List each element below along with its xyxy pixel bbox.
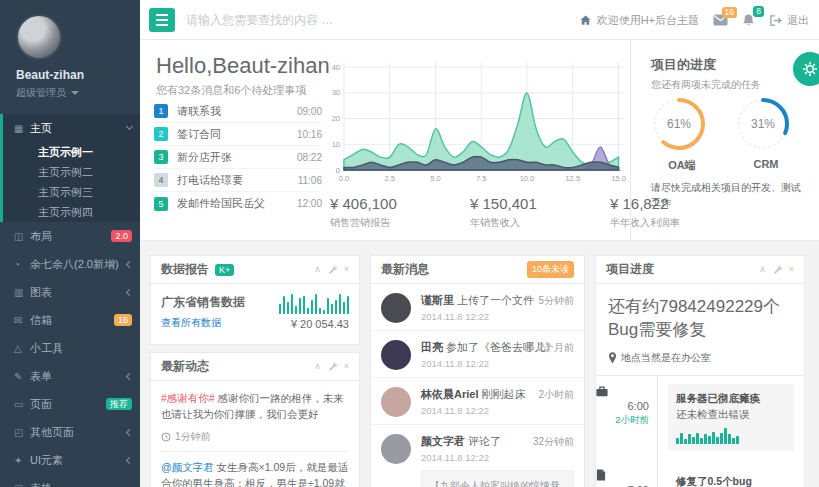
wrench-icon[interactable] [773, 265, 782, 274]
feed-post: #感谢有你# 感谢你们一路的相伴，未来也请让我为你们撑腰，我们会更好 [161, 390, 349, 423]
mention-link[interactable]: @颜文字君 [161, 461, 214, 473]
user-link[interactable]: 林依晨Ariel [421, 388, 478, 400]
collapse-icon[interactable]: ∧ [759, 265, 766, 274]
view-all-data-link[interactable]: 查看所有数据 [161, 316, 245, 330]
data-report-panel: 数据报告 K+ ∧ × 广东省销售数据 查看所有数据 ¥ 20 054.43 [150, 255, 360, 345]
settings-button[interactable] [793, 52, 819, 86]
quoted-content: 【九部令人拍案叫绝的惊悚悬疑剧情佳作】如果你喜欢《迷雾》《致命ID》《电锯惊魂》… [421, 470, 574, 487]
sidebar: Beaut-zihan 超级管理员 ▦ 主页 主页示例一 主页示例二 主页示例三… [0, 0, 140, 487]
sidebar-item-tables[interactable]: ▤ 表格 [0, 474, 140, 487]
user-link[interactable]: 田亮 [421, 341, 443, 353]
dashboard-app: Beaut-zihan 超级管理员 ▦ 主页 主页示例一 主页示例二 主页示例三… [0, 0, 819, 487]
gear-icon [802, 61, 818, 77]
sign-out-icon [769, 14, 782, 27]
user-link[interactable]: 颜文字君 [421, 435, 465, 447]
avatar [381, 434, 411, 464]
chevron-left-icon [126, 428, 133, 435]
svg-text:0.0: 0.0 [339, 174, 349, 183]
user-role-label: 超级管理员 [16, 86, 66, 100]
svg-text:61%: 61% [667, 117, 691, 131]
svg-text:40: 40 [332, 63, 340, 72]
sidebar-item-forms[interactable]: ✎ 表单 [0, 362, 140, 390]
edit-icon: ✎ [14, 371, 30, 382]
svg-text:5.0: 5.0 [430, 174, 440, 183]
close-icon[interactable]: × [344, 362, 349, 371]
report-amount: ¥ 20 054.43 [279, 318, 350, 330]
welcome-message: 欢迎使用H+后台主题 [579, 13, 699, 28]
user-avatar[interactable] [16, 14, 62, 60]
collapse-icon[interactable]: ∧ [314, 362, 321, 371]
todo-item[interactable]: 5 发邮件给国民岳父 12:00 [154, 192, 322, 215]
todo-item[interactable]: 1 请联系我 09:00 [154, 100, 322, 123]
chevron-left-icon [126, 372, 133, 379]
user-name: Beaut-zihan [16, 68, 140, 82]
panel-subtitle: 您还有两项未完成的任务 [651, 78, 761, 92]
todo-item[interactable]: 2 签订合同 10:16 [154, 123, 322, 146]
panel-title: 项目进度 [606, 261, 654, 278]
sidebar-submenu-home: 主页示例一 主页示例二 主页示例三 主页示例四 [3, 142, 140, 222]
sidebar-subitem-home-1[interactable]: 主页示例一 [3, 142, 140, 162]
sidebar-item-widgets[interactable]: △ 小工具 [0, 334, 140, 362]
user-link[interactable]: 谨斯里 [421, 294, 454, 306]
todo-list: 1 请联系我 09:00 2 签订合同 10:16 3 新分店开张 08:22 … [154, 100, 322, 215]
search-input[interactable] [186, 8, 426, 32]
k-plus-badge: K+ [215, 264, 234, 276]
crm-progress-ring: 31% [731, 92, 801, 156]
mail-button[interactable]: 16 [713, 14, 728, 26]
notifications-button[interactable]: 8 [742, 13, 755, 27]
feed-post: @颜文字君 女生身高×1.09后，就是最适合你的男生身高；相反，男生是÷1.09… [161, 459, 349, 487]
sidebar-item-other-pages[interactable]: ◰ 其他页面 [0, 418, 140, 446]
close-icon[interactable]: × [344, 265, 349, 274]
user-role-dropdown[interactable]: 超级管理员 [16, 86, 140, 100]
clock-icon [161, 432, 171, 442]
caret-down-icon [71, 91, 79, 95]
home-icon [579, 14, 592, 27]
sidebar-subitem-home-2[interactable]: 主页示例二 [3, 162, 140, 182]
close-icon[interactable]: × [789, 265, 794, 274]
message-item[interactable]: 颜文字君 评论了 2014.11.8 12:22 32分钟前 【九部令人拍案叫绝… [371, 425, 584, 487]
oa-progress-ring: 61% [647, 92, 717, 156]
sidebar-menu: ▦ 主页 主页示例一 主页示例二 主页示例三 主页示例四 ◫ 布局 2.0 ◔ … [0, 114, 140, 487]
donut-crm: 31% CRM [731, 92, 801, 170]
sidebar-subitem-home-3[interactable]: 主页示例三 [3, 182, 140, 202]
sidebar-user-panel: Beaut-zihan 超级管理员 [0, 0, 140, 110]
sidebar-item-misc[interactable]: ◔ 余七余八(2.0新增) [0, 250, 140, 278]
sidebar-toggle-button[interactable] [149, 8, 175, 32]
sidebar-item-home[interactable]: ▦ 主页 [3, 114, 140, 142]
hero-section: Hello,Beaut-zihan 您有32条消息和6个待处理事项 1 请联系我… [140, 40, 819, 241]
location-line: 地点当然是在办公室 [608, 351, 792, 365]
project-progress-summary: 项目的进度 您还有两项未完成的任务 61% OA端 31% CRM 请尽快完成相… [630, 40, 819, 241]
version-badge: 2.0 [111, 230, 132, 243]
todo-number-badge: 5 [154, 197, 168, 211]
chevron-left-icon [126, 288, 133, 295]
message-item[interactable]: 谨斯里 上传了一个文件 2014.11.8 12:22 5分钟前 [371, 284, 584, 331]
wrench-icon[interactable] [328, 362, 337, 371]
timeline-item: 7:00 3小时前 修复了0.5个bug 重启服务 [596, 459, 804, 487]
todo-item[interactable]: 4 打电话给璟要 11:06 [154, 169, 322, 192]
collapse-icon[interactable]: ∧ [314, 265, 321, 274]
sidebar-item-layouts[interactable]: ◫ 布局 2.0 [0, 222, 140, 250]
sidebar-item-mailbox[interactable]: ✉ 信箱 16 [0, 306, 140, 334]
desktop-icon: ▭ [14, 399, 30, 410]
table-icon: ▤ [14, 483, 30, 487]
sales-sparkline [279, 294, 350, 314]
greeting-title: Hello,Beaut-zihan [156, 53, 330, 79]
todo-number-badge: 4 [154, 173, 168, 187]
todo-number-badge: 3 [154, 150, 168, 164]
post-timestamp: 1分钟前 [161, 430, 349, 452]
message-item[interactable]: 田亮 参加了《爸爸去哪儿》 2014.11.8 12:22 2个月前 [371, 331, 584, 378]
logout-button[interactable]: 退出 [769, 13, 809, 28]
notification-count-badge: 8 [753, 6, 764, 17]
report-region: 广东省销售数据 [161, 294, 245, 311]
sidebar-subitem-home-4[interactable]: 主页示例四 [3, 202, 140, 222]
sidebar-item-charts[interactable]: ▥ 图表 [0, 278, 140, 306]
mail-count-badge: 16 [114, 314, 132, 327]
todo-item[interactable]: 3 新分店开张 08:22 [154, 146, 322, 169]
message-item[interactable]: 林依晨Ariel 刚刚起床 2014.11.8 12:22 2小时前 [371, 378, 584, 425]
sidebar-item-ui-elements[interactable]: ✦ UI元素 [0, 446, 140, 474]
topic-link[interactable]: #感谢有你# [161, 392, 215, 404]
sidebar-item-pages[interactable]: ▭ 页面 推荐 [0, 390, 140, 418]
todo-number-badge: 1 [154, 104, 168, 118]
wrench-icon[interactable] [328, 265, 337, 274]
avatar [381, 293, 411, 323]
